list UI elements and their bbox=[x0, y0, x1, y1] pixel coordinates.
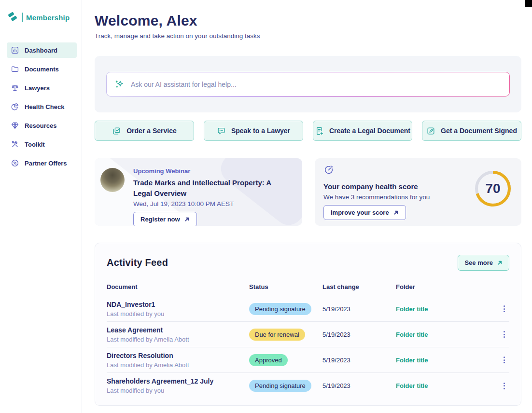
register-now-label: Register now bbox=[140, 216, 180, 223]
health-score-card: Your company health score We have 3 reco… bbox=[315, 158, 521, 226]
status-badge: Pending signature bbox=[249, 303, 311, 315]
last-change-date: 5/19/2023 bbox=[322, 382, 396, 389]
brand-name: Membership bbox=[26, 14, 70, 22]
webinar-presenter-avatar bbox=[100, 168, 125, 192]
folder-link[interactable]: Folder title bbox=[396, 357, 499, 364]
page-subtitle: Track, manage and take action on your ou… bbox=[95, 32, 521, 40]
scales-icon bbox=[11, 83, 19, 92]
pie-chart-icon bbox=[11, 102, 19, 111]
main-content: Welcome, Alex Track, manage and take act… bbox=[82, 0, 532, 413]
see-more-button[interactable]: See more bbox=[458, 255, 509, 271]
sidebar-item-toolkit[interactable]: Toolkit bbox=[7, 137, 77, 152]
row-kebab-menu[interactable] bbox=[499, 355, 509, 365]
document-title[interactable]: Shareholders Agreement_12 July bbox=[107, 377, 249, 385]
document-modified-by: Last modified by Amelia Abott bbox=[107, 336, 249, 343]
table-row: Directors Resolution Last modified by Am… bbox=[107, 347, 509, 373]
column-header-last-change: Last change bbox=[322, 283, 396, 290]
last-change-date: 5/19/2023 bbox=[322, 305, 396, 313]
screen-corner-artifact bbox=[525, 0, 532, 7]
quick-action-label: Order a Service bbox=[126, 127, 177, 135]
sidebar-item-health-check[interactable]: Health Check bbox=[7, 99, 77, 114]
document-plus-icon bbox=[315, 126, 324, 136]
webinar-datetime: Wed, Jul 19, 2023 10:00 PM AEST bbox=[133, 200, 288, 207]
sidebar-item-label: Documents bbox=[25, 66, 59, 73]
ai-assistant-input-wrap[interactable] bbox=[106, 72, 510, 96]
document-modified-by: Last modified by Amelia Abott bbox=[107, 361, 249, 369]
document-modified-by: Last modified by you bbox=[107, 310, 249, 317]
brand-divider bbox=[22, 13, 23, 22]
sidebar-item-dashboard[interactable]: Dashboard bbox=[7, 42, 77, 58]
table-row: NDA_Investor1 Last modified by you Pendi… bbox=[107, 296, 509, 322]
document-title[interactable]: Directors Resolution bbox=[107, 352, 249, 359]
folder-link[interactable]: Folder title bbox=[396, 331, 499, 338]
last-change-date: 5/19/2023 bbox=[322, 357, 396, 364]
folder-link[interactable]: Folder title bbox=[396, 305, 499, 313]
row-kebab-menu[interactable] bbox=[499, 381, 509, 391]
webinar-card: Upcoming Webinar Trade Marks and Intelle… bbox=[95, 158, 302, 226]
activity-table: Document Status Last change Folder NDA_I… bbox=[107, 283, 509, 399]
percent-circle-icon bbox=[11, 159, 19, 167]
sidebar-item-lawyers[interactable]: Lawyers bbox=[7, 80, 77, 96]
quick-action-label: Speak to a Lawyer bbox=[231, 127, 290, 135]
row-kebab-menu[interactable] bbox=[499, 304, 509, 314]
quick-action-label: Get a Document Signed bbox=[441, 127, 517, 135]
activity-table-body: NDA_Investor1 Last modified by you Pendi… bbox=[107, 296, 509, 399]
info-cards-row: Upcoming Webinar Trade Marks and Intelle… bbox=[95, 158, 521, 226]
arrow-up-right-icon bbox=[184, 217, 190, 222]
document-title[interactable]: NDA_Investor1 bbox=[107, 301, 249, 308]
folder-icon bbox=[11, 65, 19, 73]
column-header-status: Status bbox=[249, 283, 322, 290]
column-header-folder: Folder bbox=[396, 283, 499, 290]
activity-feed-title: Activity Feed bbox=[107, 257, 168, 268]
gem-icon bbox=[11, 121, 19, 130]
sidebar-item-label: Lawyers bbox=[25, 84, 50, 92]
table-row: Lease Agreement Last modified by Amelia … bbox=[107, 322, 509, 347]
sidebar-item-label: Partner Offers bbox=[25, 160, 67, 167]
webinar-eyebrow: Upcoming Webinar bbox=[133, 167, 288, 175]
status-badge: Approved bbox=[249, 354, 288, 366]
improve-score-button[interactable]: Improve your score bbox=[323, 205, 406, 220]
speak-to-lawyer-button[interactable]: Speak to a Lawyer bbox=[204, 121, 303, 141]
last-change-date: 5/19/2023 bbox=[322, 331, 396, 338]
brand: Membership bbox=[7, 11, 77, 24]
quick-actions: Order a Service Speak to a Lawyer Create… bbox=[95, 121, 521, 141]
folder-link[interactable]: Folder title bbox=[396, 382, 499, 389]
webinar-title: Trade Marks and Intellectual Property: A… bbox=[133, 178, 288, 199]
sidebar-item-resources[interactable]: Resources bbox=[7, 118, 77, 133]
ai-assistant-panel bbox=[95, 56, 521, 112]
arrow-up-right-icon bbox=[497, 260, 503, 265]
chat-bubble-icon bbox=[217, 126, 226, 136]
tools-icon bbox=[11, 140, 19, 149]
sidebar-item-label: Toolkit bbox=[25, 141, 45, 148]
sparkles-icon bbox=[114, 79, 125, 90]
arrow-up-right-icon bbox=[393, 210, 399, 215]
sidebar-item-label: Resources bbox=[25, 122, 56, 129]
ai-assistant-input[interactable] bbox=[131, 81, 502, 88]
row-kebab-menu[interactable] bbox=[499, 330, 509, 339]
sidebar-item-partner-offers[interactable]: Partner Offers bbox=[7, 155, 77, 171]
status-badge: Due for renewal bbox=[249, 329, 305, 341]
column-header-document: Document bbox=[107, 283, 249, 290]
sidebar: Membership Dashboard Documents Lawyers H… bbox=[0, 0, 82, 413]
register-now-button[interactable]: Register now bbox=[133, 212, 197, 226]
see-more-label: See more bbox=[464, 259, 493, 266]
get-document-signed-button[interactable]: Get a Document Signed bbox=[422, 121, 521, 141]
table-row: Shareholders Agreement_12 July Last modi… bbox=[107, 373, 509, 399]
document-modified-by: Last modified by you bbox=[107, 387, 249, 394]
improve-score-label: Improve your score bbox=[331, 209, 389, 216]
activity-table-header: Document Status Last change Folder bbox=[107, 283, 509, 296]
order-service-button[interactable]: Order a Service bbox=[95, 121, 194, 141]
order-service-icon bbox=[112, 126, 121, 136]
dashboard-icon bbox=[11, 46, 19, 55]
status-badge: Pending signature bbox=[249, 380, 311, 392]
sidebar-item-documents[interactable]: Documents bbox=[7, 61, 77, 77]
create-legal-document-button[interactable]: Create a Legal Document bbox=[313, 121, 412, 141]
page-title: Welcome, Alex bbox=[95, 13, 521, 29]
pen-square-icon bbox=[426, 126, 435, 136]
activity-feed-card: Activity Feed See more Document Status L… bbox=[95, 243, 521, 406]
brand-logo-icon bbox=[7, 11, 18, 24]
document-title[interactable]: Lease Agreement bbox=[107, 326, 249, 334]
gauge-icon bbox=[323, 168, 334, 177]
sidebar-item-label: Health Check bbox=[25, 103, 64, 110]
health-score-value: 70 bbox=[474, 170, 512, 207]
